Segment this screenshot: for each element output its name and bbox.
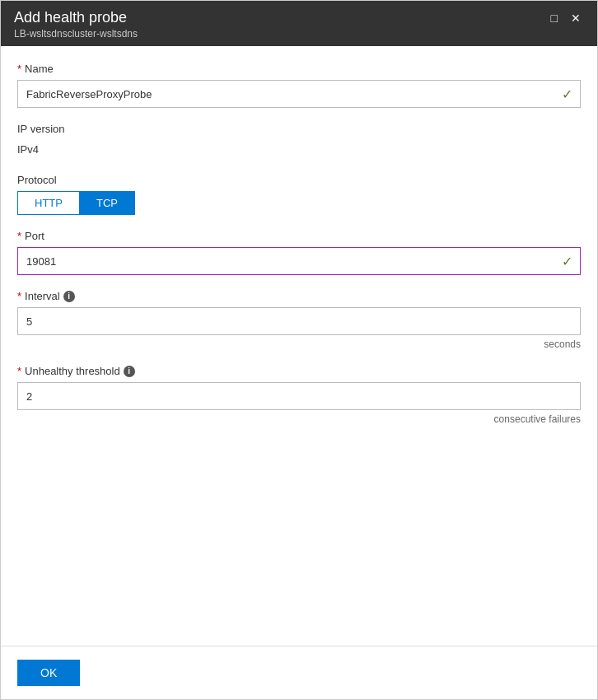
unhealthy-threshold-input[interactable] bbox=[17, 382, 581, 410]
minimize-button[interactable]: □ bbox=[548, 12, 561, 24]
name-field-group: * Name ✓ bbox=[17, 63, 581, 108]
ip-version-label: IP version bbox=[17, 123, 581, 135]
panel-footer: OK bbox=[1, 646, 597, 699]
protocol-label: Protocol bbox=[17, 174, 581, 186]
close-button[interactable]: ✕ bbox=[568, 12, 584, 24]
ip-version-field-group: IP version IPv4 bbox=[17, 123, 581, 159]
name-input-wrapper: ✓ bbox=[17, 80, 581, 108]
interval-field-group: * Interval i seconds bbox=[17, 290, 581, 350]
interval-label: * Interval i bbox=[17, 290, 581, 302]
name-input[interactable] bbox=[17, 80, 581, 108]
port-label-text: Port bbox=[25, 230, 44, 242]
protocol-tcp-button[interactable]: TCP bbox=[79, 191, 135, 215]
panel-title: Add health probe bbox=[14, 9, 138, 26]
protocol-field-group: Protocol HTTP TCP bbox=[17, 174, 581, 215]
protocol-http-button[interactable]: HTTP bbox=[17, 191, 79, 215]
title-bar-left: Add health probe LB-wsltsdnscluster-wslt… bbox=[14, 9, 138, 40]
unhealthy-threshold-hint: consecutive failures bbox=[17, 413, 581, 425]
port-input[interactable] bbox=[17, 247, 581, 275]
protocol-toggle: HTTP TCP bbox=[17, 191, 135, 215]
name-label-text: Name bbox=[25, 63, 54, 75]
name-check-icon: ✓ bbox=[562, 86, 572, 102]
interval-required-star: * bbox=[17, 290, 21, 302]
unhealthy-threshold-field-group: * Unhealthy threshold i consecutive fail… bbox=[17, 365, 581, 425]
add-health-probe-panel: Add health probe LB-wsltsdnscluster-wslt… bbox=[0, 0, 598, 700]
unhealthy-threshold-label-text: Unhealthy threshold bbox=[25, 365, 120, 377]
unhealthy-threshold-info-icon[interactable]: i bbox=[124, 366, 135, 377]
panel-content: * Name ✓ IP version IPv4 Protocol HTTP T… bbox=[1, 46, 597, 646]
port-input-wrapper: ✓ bbox=[17, 247, 581, 275]
name-required-star: * bbox=[17, 63, 21, 75]
interval-label-text: Interval bbox=[25, 290, 60, 302]
panel-subtitle: LB-wsltsdnscluster-wsltsdns bbox=[14, 28, 138, 40]
port-label: * Port bbox=[17, 230, 581, 242]
unhealthy-threshold-label: * Unhealthy threshold i bbox=[17, 365, 581, 377]
title-bar: Add health probe LB-wsltsdnscluster-wslt… bbox=[1, 1, 597, 46]
title-bar-controls: □ ✕ bbox=[548, 12, 584, 24]
name-label: * Name bbox=[17, 63, 581, 75]
protocol-label-text: Protocol bbox=[17, 174, 57, 186]
ip-version-value: IPv4 bbox=[17, 140, 581, 159]
port-required-star: * bbox=[17, 230, 21, 242]
unhealthy-threshold-required-star: * bbox=[17, 365, 21, 377]
interval-info-icon[interactable]: i bbox=[63, 291, 75, 302]
interval-input[interactable] bbox=[17, 307, 581, 335]
ip-version-label-text: IP version bbox=[17, 123, 65, 135]
port-field-group: * Port ✓ bbox=[17, 230, 581, 275]
interval-hint: seconds bbox=[17, 338, 581, 350]
ok-button[interactable]: OK bbox=[17, 660, 80, 686]
port-check-icon: ✓ bbox=[562, 254, 572, 269]
